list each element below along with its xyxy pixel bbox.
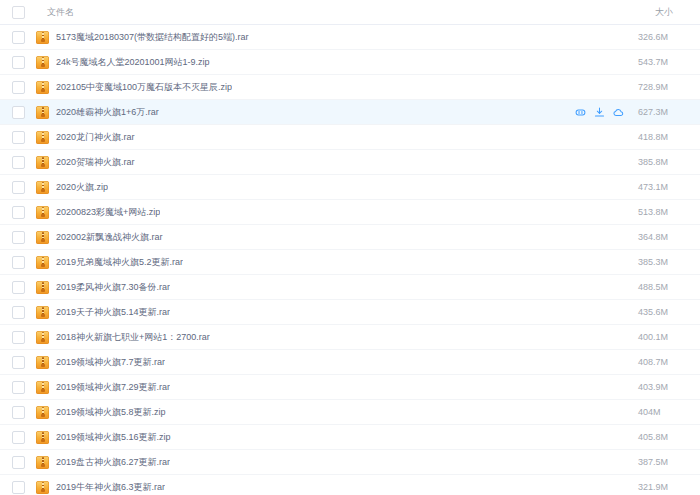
- table-row[interactable]: 2018神火新旗七职业+网站1：2700.rar 400.1M: [0, 325, 700, 350]
- row-checkbox[interactable]: [12, 381, 25, 394]
- archive-file-icon: [36, 331, 49, 344]
- archive-file-icon: [36, 131, 49, 144]
- file-size: 473.1M: [638, 182, 700, 192]
- table-row[interactable]: 2019柔风神火旗7.30备份.rar 488.5M: [0, 275, 700, 300]
- row-checkbox[interactable]: [12, 156, 25, 169]
- table-row[interactable]: 2020雄霸神火旗1+6万.rar 627.3M: [0, 100, 700, 125]
- row-checkbox[interactable]: [12, 256, 25, 269]
- file-size: 385.8M: [638, 157, 700, 167]
- file-size: 404M: [638, 407, 700, 417]
- file-name[interactable]: 2020贺瑞神火旗.rar: [56, 156, 135, 169]
- archive-file-icon: [36, 156, 49, 169]
- file-name[interactable]: 2020雄霸神火旗1+6万.rar: [56, 106, 159, 119]
- table-row[interactable]: 202002新飘逸战神火旗.rar 364.8M: [0, 225, 700, 250]
- link-icon[interactable]: [575, 107, 586, 118]
- table-row[interactable]: 2020龙门神火旗.rar 418.8M: [0, 125, 700, 150]
- file-name[interactable]: 2019领域神火旗7.29更新.rar: [56, 381, 170, 394]
- file-size: 435.6M: [638, 307, 700, 317]
- file-name[interactable]: 2018神火新旗七职业+网站1：2700.rar: [56, 331, 210, 344]
- file-size: 326.6M: [638, 32, 700, 42]
- row-checkbox[interactable]: [12, 231, 25, 244]
- row-checkbox[interactable]: [12, 181, 25, 194]
- file-name[interactable]: 2020龙门神火旗.rar: [56, 131, 135, 144]
- file-size: 321.9M: [638, 482, 700, 492]
- row-checkbox[interactable]: [12, 206, 25, 219]
- archive-file-icon: [36, 381, 49, 394]
- file-name[interactable]: 2019兄弟魔域神火旗5.2更新.rar: [56, 256, 183, 269]
- row-checkbox[interactable]: [12, 456, 25, 469]
- download-icon[interactable]: [594, 107, 605, 118]
- file-name[interactable]: 202002新飘逸战神火旗.rar: [56, 231, 163, 244]
- table-row[interactable]: 5173魔域20180307(带数据结构配置好的5端).rar 326.6M: [0, 25, 700, 50]
- archive-file-icon: [36, 281, 49, 294]
- archive-file-icon: [36, 456, 49, 469]
- file-name[interactable]: 2019牛年神火旗6.3更新.rar: [56, 481, 165, 494]
- file-size: 364.8M: [638, 232, 700, 242]
- row-checkbox[interactable]: [12, 56, 25, 69]
- table-row[interactable]: 2019领域神火旗7.7更新.rar 408.7M: [0, 350, 700, 375]
- select-all-checkbox[interactable]: [12, 6, 25, 19]
- archive-file-icon: [36, 481, 49, 494]
- file-size: 403.9M: [638, 382, 700, 392]
- file-name[interactable]: 2019领域神火旗5.8更新.zip: [56, 406, 166, 419]
- table-header: 文件名 大小: [0, 0, 700, 25]
- file-name[interactable]: 20200823彩魔域+网站.zip: [56, 206, 160, 219]
- file-table-body: 5173魔域20180307(带数据结构配置好的5端).rar 326.6M 2…: [0, 25, 700, 495]
- file-table: 文件名 大小 5173魔域20180307(带数据结构配置好的5端).rar 3…: [0, 0, 700, 495]
- archive-file-icon: [36, 81, 49, 94]
- row-checkbox[interactable]: [12, 281, 25, 294]
- archive-file-icon: [36, 181, 49, 194]
- cloud-icon[interactable]: [613, 107, 624, 118]
- table-row[interactable]: 2019领域神火旗7.29更新.rar 403.9M: [0, 375, 700, 400]
- file-name[interactable]: 2019领域神火旗5.16更新.zip: [56, 431, 171, 444]
- archive-file-icon: [36, 56, 49, 69]
- table-row[interactable]: 20200823彩魔域+网站.zip 513.8M: [0, 200, 700, 225]
- file-size: 728.9M: [638, 82, 700, 92]
- archive-file-icon: [36, 206, 49, 219]
- file-size: 385.3M: [638, 257, 700, 267]
- archive-file-icon: [36, 31, 49, 44]
- file-size: 543.7M: [638, 57, 700, 67]
- row-checkbox[interactable]: [12, 31, 25, 44]
- row-actions: [575, 107, 624, 118]
- column-header-size: 大小: [638, 6, 700, 19]
- archive-file-icon: [36, 431, 49, 444]
- table-row[interactable]: 2019牛年神火旗6.3更新.rar 321.9M: [0, 475, 700, 495]
- table-row[interactable]: 2019领域神火旗5.16更新.zip 405.8M: [0, 425, 700, 450]
- file-name[interactable]: 5173魔域20180307(带数据结构配置好的5端).rar: [56, 31, 249, 44]
- archive-file-icon: [36, 231, 49, 244]
- table-row[interactable]: 2019盘古神火旗6.27更新.rar 387.5M: [0, 450, 700, 475]
- file-name[interactable]: 24k号魔域名人堂20201001网站1-9.zip: [56, 56, 210, 69]
- row-checkbox[interactable]: [12, 431, 25, 444]
- row-checkbox[interactable]: [12, 481, 25, 494]
- column-header-filename: 文件名: [47, 6, 74, 19]
- table-row[interactable]: 2019领域神火旗5.8更新.zip 404M: [0, 400, 700, 425]
- row-checkbox[interactable]: [12, 306, 25, 319]
- table-row[interactable]: 2020贺瑞神火旗.rar 385.8M: [0, 150, 700, 175]
- table-row[interactable]: 2019天子神火旗5.14更新.rar 435.6M: [0, 300, 700, 325]
- table-row[interactable]: 2020火旗.zip 473.1M: [0, 175, 700, 200]
- row-checkbox[interactable]: [12, 81, 25, 94]
- file-name[interactable]: 2020火旗.zip: [56, 181, 108, 194]
- file-name[interactable]: 2019柔风神火旗7.30备份.rar: [56, 281, 170, 294]
- archive-file-icon: [36, 356, 49, 369]
- file-size: 513.8M: [638, 207, 700, 217]
- row-checkbox[interactable]: [12, 331, 25, 344]
- row-checkbox[interactable]: [12, 406, 25, 419]
- file-size: 387.5M: [638, 457, 700, 467]
- archive-file-icon: [36, 256, 49, 269]
- archive-file-icon: [36, 106, 49, 119]
- file-name[interactable]: 2019领域神火旗7.7更新.rar: [56, 356, 165, 369]
- table-row[interactable]: 202105中变魔域100万魔石版本不灭星辰.zip 728.9M: [0, 75, 700, 100]
- file-name[interactable]: 2019盘古神火旗6.27更新.rar: [56, 456, 170, 469]
- file-name[interactable]: 2019天子神火旗5.14更新.rar: [56, 306, 170, 319]
- file-name[interactable]: 202105中变魔域100万魔石版本不灭星辰.zip: [56, 81, 232, 94]
- row-checkbox[interactable]: [12, 356, 25, 369]
- table-row[interactable]: 24k号魔域名人堂20201001网站1-9.zip 543.7M: [0, 50, 700, 75]
- file-size: 627.3M: [638, 107, 700, 117]
- row-checkbox[interactable]: [12, 106, 25, 119]
- row-checkbox[interactable]: [12, 131, 25, 144]
- table-row[interactable]: 2019兄弟魔域神火旗5.2更新.rar 385.3M: [0, 250, 700, 275]
- file-size: 418.8M: [638, 132, 700, 142]
- archive-file-icon: [36, 406, 49, 419]
